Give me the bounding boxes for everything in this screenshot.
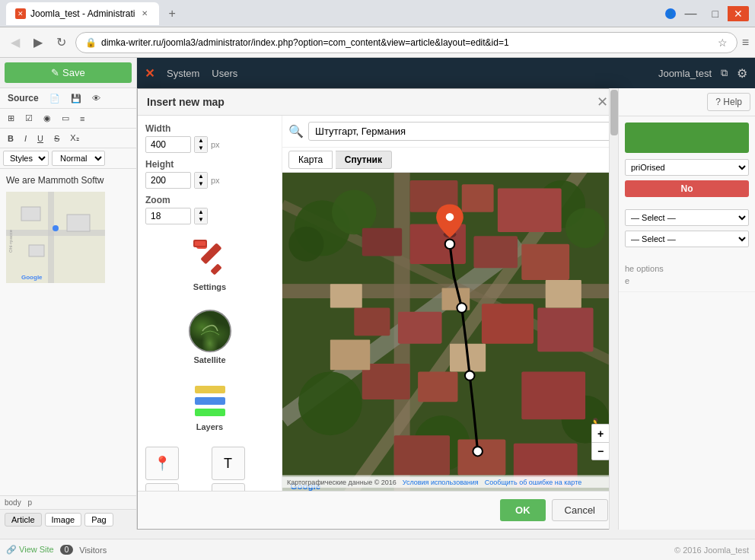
settings-tool[interactable]: Settings xyxy=(145,231,274,298)
map-tab-map[interactable]: Карта xyxy=(288,151,333,169)
right-select-1[interactable]: — Select — xyxy=(625,209,749,226)
modal-header: Insert new map ✕ xyxy=(138,89,617,116)
help-button[interactable]: ? ? HelpHelp xyxy=(707,93,750,111)
zoom-out-button[interactable]: − xyxy=(591,442,610,460)
page-tab[interactable]: Pag xyxy=(84,513,113,527)
no-badge: No xyxy=(625,180,749,197)
modal-close-button[interactable]: ✕ xyxy=(597,95,608,109)
joomla-gear-icon[interactable]: ⚙ xyxy=(737,66,747,81)
tb-table-button[interactable]: ⊞ xyxy=(3,110,19,126)
back-button[interactable]: ◀ xyxy=(6,32,24,52)
joomla-right: Joomla_test ⧉ ⚙ xyxy=(658,66,747,81)
map-search-input[interactable] xyxy=(308,122,611,141)
circle-tool[interactable]: ○ xyxy=(145,483,179,491)
width-down-button[interactable]: ▼ xyxy=(195,145,207,152)
svg-rect-4 xyxy=(67,215,90,231)
joomla-nav-users[interactable]: Users xyxy=(212,68,237,79)
strikethrough-button[interactable]: S xyxy=(49,130,64,146)
editor-content[interactable]: We are Mammoth Softw Ohl-трассе Google xyxy=(0,169,136,495)
tb-radio-button[interactable]: ◉ xyxy=(39,110,56,126)
view-site-link[interactable]: 🔗 View Site xyxy=(6,545,54,555)
zoom-spinner: ▲ ▼ xyxy=(194,208,208,224)
cancel-button[interactable]: Cancel xyxy=(552,499,608,521)
editor-toolbar-row1: Source 📄 💾 👁 xyxy=(0,88,136,109)
center-area: ✕ System Users Joomla_test ⧉ ⚙ ? ? HelpH… xyxy=(137,58,755,530)
map-tab-satellite[interactable]: Спутник xyxy=(336,151,392,169)
svg-rect-0 xyxy=(6,192,105,283)
url-input[interactable]: dimka-writer.ru/joomla3/administrator/in… xyxy=(101,37,713,48)
width-up-button[interactable]: ▲ xyxy=(195,137,207,145)
tb-checkbox-button[interactable]: ☑ xyxy=(21,110,37,126)
external-link-icon[interactable]: ⧉ xyxy=(721,67,728,79)
layers-tool[interactable]: Layers xyxy=(145,377,274,438)
source-button[interactable]: Source xyxy=(3,90,43,107)
svg-point-21 xyxy=(332,190,377,235)
save-button[interactable]: ✎ Save xyxy=(5,62,132,83)
tb-save-file-button[interactable]: 💾 xyxy=(66,90,86,107)
text-tool[interactable]: T xyxy=(212,447,245,480)
map-viewport[interactable]: Google 🚶 + − Картографические данные © 2… xyxy=(282,173,617,491)
map-search-bar: 🔍 xyxy=(282,116,617,148)
tb-preview-button[interactable]: 👁 xyxy=(88,90,105,107)
visitors-badge: 0 xyxy=(60,545,74,555)
svg-rect-40 xyxy=(418,371,457,402)
height-up-button[interactable]: ▲ xyxy=(195,173,207,180)
browser-tab[interactable]: ✕ Joomla_test - Administrati ✕ xyxy=(6,2,159,25)
map-report-link[interactable]: Сообщить об ошибке на карте xyxy=(485,479,581,486)
ok-button[interactable]: OK xyxy=(500,499,546,521)
subscript-button[interactable]: X₂ xyxy=(65,130,83,146)
tb-file-button[interactable]: 📄 xyxy=(45,90,65,107)
joomla-bar: ✕ System Users Joomla_test ⧉ ⚙ xyxy=(137,58,755,88)
zoom-up-button[interactable]: ▲ xyxy=(195,208,207,216)
width-label: Width xyxy=(145,123,274,134)
svg-rect-36 xyxy=(398,312,442,344)
forward-button[interactable]: ▶ xyxy=(29,32,47,52)
map-attribution-text: Картографические данные © 2016 xyxy=(287,479,397,486)
reload-button[interactable]: ↻ xyxy=(52,32,71,52)
height-input[interactable] xyxy=(145,172,191,189)
satellite-tool[interactable]: Satellite xyxy=(145,304,274,371)
lock-icon: 🔒 xyxy=(85,37,97,48)
rectangle-tool[interactable]: ▭ xyxy=(212,483,245,491)
svg-rect-13 xyxy=(195,241,205,246)
zoom-down-button[interactable]: ▼ xyxy=(195,216,207,224)
close-button[interactable]: ✕ xyxy=(728,6,749,21)
width-input[interactable] xyxy=(145,136,191,153)
tb-list-button[interactable]: ≡ xyxy=(75,110,89,126)
status-field-row: priOrised xyxy=(625,159,749,176)
height-unit: px xyxy=(211,176,220,185)
map-terms-link[interactable]: Условия использования xyxy=(403,479,479,486)
zoom-in-button[interactable]: + xyxy=(591,424,610,442)
styles-select[interactable]: Styles xyxy=(3,151,49,166)
tab-close-button[interactable]: ✕ xyxy=(139,8,150,19)
svg-rect-29 xyxy=(462,184,494,212)
joomla-nav-system[interactable]: System xyxy=(167,68,199,79)
pin-tool[interactable]: 📍 xyxy=(145,447,179,480)
normal-select[interactable]: Normal xyxy=(52,151,105,166)
scrollbar[interactable] xyxy=(609,88,618,530)
map-zoom-controls: + − xyxy=(591,424,610,460)
underline-button[interactable]: U xyxy=(33,130,48,146)
settings-wrench-svg xyxy=(189,237,231,279)
article-tab[interactable]: Article xyxy=(5,513,42,527)
options-sub: e xyxy=(625,276,749,285)
bold-button[interactable]: B xyxy=(3,130,18,146)
zoom-input[interactable] xyxy=(145,208,191,224)
minimize-button[interactable]: — xyxy=(679,5,703,22)
scrollbar-thumb[interactable] xyxy=(610,90,618,135)
bookmark-icon[interactable]: ☆ xyxy=(718,37,728,49)
image-tab[interactable]: Image xyxy=(45,513,82,527)
svg-point-22 xyxy=(288,227,323,262)
italic-button[interactable]: I xyxy=(20,130,31,146)
new-tab-button[interactable]: + xyxy=(162,4,181,24)
chrome-menu-icon[interactable]: ≡ xyxy=(742,36,749,49)
tb-block-button[interactable]: ▭ xyxy=(57,110,74,126)
user-icon[interactable]: 👤 xyxy=(665,8,676,19)
status-select[interactable]: priOrised xyxy=(625,159,749,176)
svg-rect-34 xyxy=(521,244,569,280)
map-search-button[interactable]: 🔍 xyxy=(288,124,304,138)
maximize-button[interactable]: □ xyxy=(706,6,725,21)
height-down-button[interactable]: ▼ xyxy=(195,180,207,188)
right-select-2[interactable]: — Select — xyxy=(625,231,749,247)
svg-point-55 xyxy=(446,213,454,221)
